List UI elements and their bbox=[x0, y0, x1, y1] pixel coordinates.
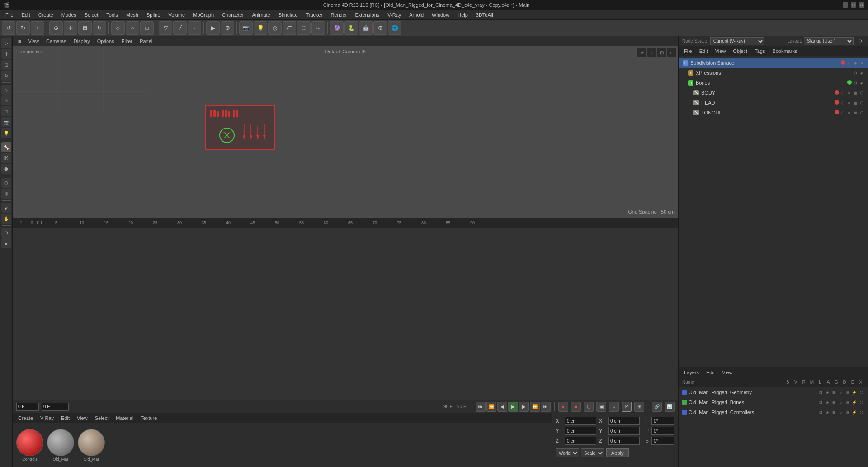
left-tool-grid[interactable]: ⊞ bbox=[1, 189, 11, 199]
coord-z-input[interactable] bbox=[565, 437, 596, 445]
tool-vray-3[interactable]: 🤖 bbox=[359, 21, 373, 35]
close-button[interactable]: ✕ bbox=[859, 2, 864, 8]
node-space-dropdown[interactable]: Current (V-Ray) bbox=[710, 37, 764, 45]
scene-item-tongue[interactable]: 🦴 TONGUE ⊡ ◈ ▦ ⬡ bbox=[679, 108, 868, 118]
left-tool-misc[interactable]: ⚙ bbox=[1, 228, 11, 238]
mat-menu-create[interactable]: Create bbox=[16, 415, 35, 422]
body-vis-4[interactable]: ⬡ bbox=[859, 90, 864, 95]
head-vis-4[interactable]: ⬡ bbox=[859, 100, 864, 105]
mat-menu-vray[interactable]: V-Ray bbox=[38, 415, 56, 422]
menu-edit[interactable]: Edit bbox=[18, 11, 34, 19]
menu-character[interactable]: Character bbox=[218, 11, 247, 19]
coord-z2-input[interactable] bbox=[608, 437, 640, 445]
mat-menu-texture[interactable]: Texture bbox=[139, 415, 159, 422]
scene-item-subdivision[interactable]: S Subdivision Surface ⊡ ◈ ✕ bbox=[679, 58, 868, 68]
ctrl-icon-5[interactable]: ⊞ bbox=[844, 409, 851, 415]
viewport-menu-display[interactable]: Display bbox=[72, 38, 92, 45]
tool-point[interactable]: · bbox=[188, 21, 201, 35]
play-prev[interactable]: ◀ bbox=[497, 402, 507, 412]
apply-button[interactable]: Apply bbox=[606, 448, 629, 457]
bones-icon-2[interactable]: ◈ bbox=[824, 399, 830, 405]
playback-loop[interactable]: ○ bbox=[609, 402, 619, 412]
bones-icon-5[interactable]: ⊞ bbox=[844, 399, 851, 405]
geo-icon-3[interactable]: ▦ bbox=[831, 389, 837, 396]
xpr-vis-1[interactable]: ⊡ bbox=[853, 70, 858, 76]
mat-menu-select[interactable]: Select bbox=[93, 415, 111, 422]
tool-spline-tool[interactable]: ∿ bbox=[311, 21, 325, 35]
left-tool-spline[interactable]: S bbox=[1, 95, 11, 105]
tool-tag[interactable]: 🏷 bbox=[283, 21, 296, 35]
body-vis-3[interactable]: ▦ bbox=[853, 90, 858, 95]
viewport-menu-cameras[interactable]: Cameras bbox=[44, 38, 68, 45]
timeline-ruler[interactable]: 0 F 0 5 10 15 20 25 30 35 40 45 50 55 60… bbox=[13, 218, 678, 228]
menu-help[interactable]: Help bbox=[454, 11, 472, 19]
layer-bones[interactable]: Old_Man_Rigged_Bones ⊡ ◈ ▦ ▷ ⊞ ⚡ ⬡ bbox=[679, 397, 868, 407]
layers-menu-edit[interactable]: Edit bbox=[704, 369, 717, 376]
viewport-menu-filter[interactable]: Filter bbox=[120, 38, 134, 45]
mat-menu-material[interactable]: Material bbox=[114, 415, 135, 422]
material-controls[interactable]: Controls bbox=[16, 429, 43, 462]
scene-item-xpressions[interactable]: X XPressions ⊡ ◈ bbox=[679, 68, 868, 78]
tongue-vis-4[interactable]: ⬡ bbox=[859, 110, 864, 115]
viewport-menu-options[interactable]: Options bbox=[95, 38, 116, 45]
left-tool-sculpt[interactable]: ✋ bbox=[1, 214, 11, 224]
playback-snap[interactable]: 🔗 bbox=[652, 402, 662, 412]
menu-modes[interactable]: Modes bbox=[58, 11, 80, 19]
viewport-3d[interactable]: X Y Z bbox=[13, 46, 678, 218]
coord-x-input[interactable] bbox=[565, 417, 596, 425]
tool-settings[interactable]: ⚙ bbox=[373, 21, 387, 35]
layout-dropdown[interactable]: Startup (User) bbox=[804, 37, 854, 45]
left-tool-move2[interactable]: ✛ bbox=[1, 49, 11, 59]
play-prev-frame[interactable]: ⏪ bbox=[486, 402, 496, 412]
obj-menu-file[interactable]: File bbox=[682, 48, 694, 55]
menu-render[interactable]: Render bbox=[327, 11, 350, 19]
bones-icon-4[interactable]: ▷ bbox=[838, 399, 844, 405]
left-tool-misc2[interactable]: ★ bbox=[1, 238, 11, 248]
menu-vray[interactable]: V-Ray bbox=[384, 11, 405, 19]
subd-vis-1[interactable]: ⊡ bbox=[846, 60, 852, 66]
left-tool-polygon2[interactable]: ◇ bbox=[1, 85, 11, 95]
tool-vray-2[interactable]: 🐍 bbox=[344, 21, 358, 35]
coord-x2-input[interactable] bbox=[608, 417, 640, 425]
ctrl-icon-7[interactable]: ⬡ bbox=[858, 409, 864, 415]
left-tool-sym[interactable]: ⬡ bbox=[1, 178, 11, 188]
tool-deform[interactable]: ⬡ bbox=[297, 21, 311, 35]
tongue-vis-1[interactable]: ⊡ bbox=[840, 110, 845, 115]
scene-item-bones[interactable]: B Bones ⊡ ◈ bbox=[679, 78, 868, 88]
bones-icon-3[interactable]: ▦ bbox=[831, 399, 837, 405]
menu-file[interactable]: File bbox=[2, 11, 17, 19]
left-tool-light2[interactable]: 💡 bbox=[1, 128, 11, 138]
play-next[interactable]: ▶ bbox=[519, 402, 529, 412]
play-goto-start[interactable]: ⏮ bbox=[476, 402, 486, 412]
head-vis-1[interactable]: ⊡ bbox=[840, 100, 845, 105]
geo-icon-6[interactable]: ⚡ bbox=[851, 389, 858, 396]
tool-live-select[interactable]: ⊙ bbox=[49, 21, 63, 35]
bones-icon-7[interactable]: ⬡ bbox=[858, 399, 864, 405]
menu-extensions[interactable]: Extensions bbox=[351, 11, 383, 19]
geo-icon-1[interactable]: ⊡ bbox=[817, 389, 824, 396]
obj-menu-tags[interactable]: Tags bbox=[753, 48, 767, 55]
playback-p[interactable]: P bbox=[622, 402, 632, 412]
viewport-menu-toggle[interactable]: ≡ bbox=[16, 38, 23, 45]
menu-mesh[interactable]: Mesh bbox=[123, 11, 142, 19]
ctrl-icon-4[interactable]: ▷ bbox=[838, 409, 844, 415]
coord-world-select[interactable]: World bbox=[556, 448, 579, 457]
obj-menu-view[interactable]: View bbox=[713, 48, 728, 55]
tool-render[interactable]: ▶ bbox=[206, 21, 220, 35]
tool-polygon[interactable]: ▽ bbox=[159, 21, 172, 35]
menu-3dtoall[interactable]: 3DToAll bbox=[472, 11, 497, 19]
left-tool-scale2[interactable]: ⊡ bbox=[1, 60, 11, 70]
menu-arnold[interactable]: Arnold bbox=[406, 11, 427, 19]
obj-menu-edit[interactable]: Edit bbox=[698, 48, 710, 55]
tool-model[interactable]: ◇ bbox=[111, 21, 125, 35]
ctrl-icon-2[interactable]: ◈ bbox=[824, 409, 830, 415]
tongue-vis-3[interactable]: ▦ bbox=[853, 110, 858, 115]
tool-material[interactable]: ◎ bbox=[268, 21, 282, 35]
head-vis-2[interactable]: ◈ bbox=[846, 100, 852, 105]
coord-y2-input[interactable] bbox=[608, 427, 640, 435]
tool-vray-1[interactable]: 🔮 bbox=[330, 21, 344, 35]
scene-item-body[interactable]: 🦴 BODY ⊡ ◈ ▦ ⬡ bbox=[679, 88, 868, 98]
subd-close[interactable]: ✕ bbox=[859, 60, 864, 66]
tool-add[interactable]: + bbox=[31, 21, 44, 35]
menu-animate[interactable]: Animate bbox=[248, 11, 274, 19]
